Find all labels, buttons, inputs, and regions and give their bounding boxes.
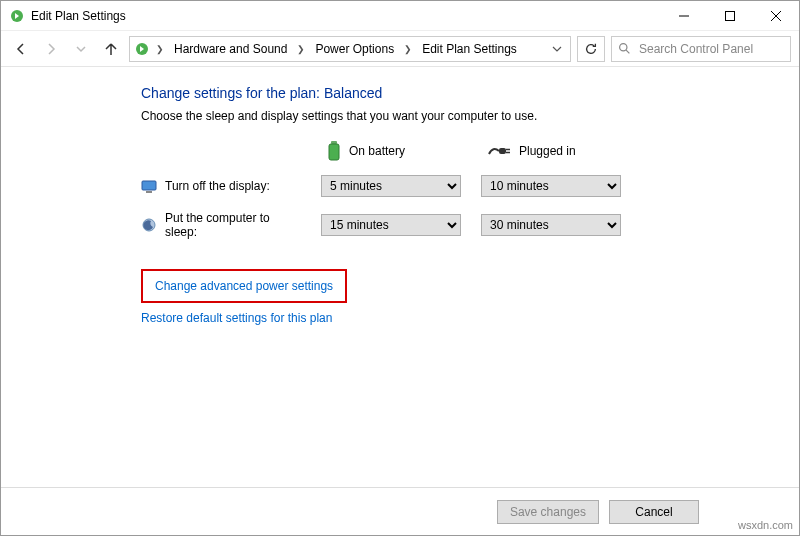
- footer: Save changes Cancel: [1, 487, 799, 535]
- search-input[interactable]: [637, 41, 791, 57]
- search-icon: [618, 42, 631, 55]
- plug-icon: [487, 144, 511, 158]
- recent-locations-dropdown[interactable]: [69, 37, 93, 61]
- refresh-button[interactable]: [577, 36, 605, 62]
- row-turn-off-display-label: Turn off the display:: [165, 179, 270, 193]
- window: Edit Plan Settings: [0, 0, 800, 536]
- svg-rect-9: [329, 144, 339, 160]
- titlebar: Edit Plan Settings: [1, 1, 799, 31]
- chevron-right-icon[interactable]: ❯: [402, 44, 414, 54]
- svg-rect-2: [726, 11, 735, 20]
- svg-line-7: [626, 50, 629, 53]
- sleep-icon: [141, 217, 157, 233]
- titlebar-left: Edit Plan Settings: [9, 8, 126, 24]
- navbar: ❯ Hardware and Sound ❯ Power Options ❯ E…: [1, 31, 799, 67]
- sleep-plugged-select[interactable]: 30 minutes: [481, 214, 621, 236]
- page-heading: Change settings for the plan: Balanced: [141, 85, 799, 101]
- breadcrumb-hardware-sound[interactable]: Hardware and Sound: [170, 40, 291, 58]
- display-battery-select[interactable]: 5 minutes: [321, 175, 461, 197]
- content: Change settings for the plan: Balanced C…: [1, 67, 799, 487]
- address-bar[interactable]: ❯ Hardware and Sound ❯ Power Options ❯ E…: [129, 36, 571, 62]
- chevron-right-icon[interactable]: ❯: [295, 44, 307, 54]
- column-on-battery-label: On battery: [349, 144, 405, 158]
- cancel-button[interactable]: Cancel: [609, 500, 699, 524]
- display-plugged-select[interactable]: 10 minutes: [481, 175, 621, 197]
- svg-point-6: [620, 44, 627, 51]
- svg-rect-14: [146, 191, 152, 193]
- display-icon: [141, 178, 157, 194]
- row-sleep: Put the computer to sleep:: [141, 211, 301, 239]
- search-box[interactable]: [611, 36, 791, 62]
- battery-icon: [327, 141, 341, 161]
- breadcrumb-edit-plan-settings[interactable]: Edit Plan Settings: [418, 40, 521, 58]
- restore-default-settings-link[interactable]: Restore default settings for this plan: [141, 311, 332, 325]
- svg-rect-13: [142, 181, 156, 190]
- links-section: Change advanced power settings Restore d…: [141, 269, 799, 325]
- power-options-icon: [134, 41, 150, 57]
- breadcrumb-power-options[interactable]: Power Options: [311, 40, 398, 58]
- column-plugged-in: Plugged in: [481, 144, 621, 158]
- forward-button[interactable]: [39, 37, 63, 61]
- save-changes-button[interactable]: Save changes: [497, 500, 599, 524]
- column-plugged-in-label: Plugged in: [519, 144, 576, 158]
- app-icon: [9, 8, 25, 24]
- row-turn-off-display: Turn off the display:: [141, 178, 301, 194]
- sleep-battery-select[interactable]: 15 minutes: [321, 214, 461, 236]
- settings-grid: On battery Plugged in: [141, 141, 799, 239]
- watermark: wsxdn.com: [738, 519, 793, 531]
- close-button[interactable]: [753, 1, 799, 31]
- address-dropdown[interactable]: [548, 37, 566, 61]
- maximize-button[interactable]: [707, 1, 753, 31]
- page-subtext: Choose the sleep and display settings th…: [141, 109, 799, 123]
- row-sleep-label: Put the computer to sleep:: [165, 211, 301, 239]
- highlight-box: Change advanced power settings: [141, 269, 347, 303]
- minimize-button[interactable]: [661, 1, 707, 31]
- window-title: Edit Plan Settings: [31, 9, 126, 23]
- chevron-right-icon[interactable]: ❯: [154, 44, 166, 54]
- up-button[interactable]: [99, 37, 123, 61]
- column-on-battery: On battery: [321, 141, 461, 161]
- svg-rect-10: [499, 148, 506, 154]
- window-controls: [661, 1, 799, 31]
- back-button[interactable]: [9, 37, 33, 61]
- change-advanced-power-settings-link[interactable]: Change advanced power settings: [155, 279, 333, 293]
